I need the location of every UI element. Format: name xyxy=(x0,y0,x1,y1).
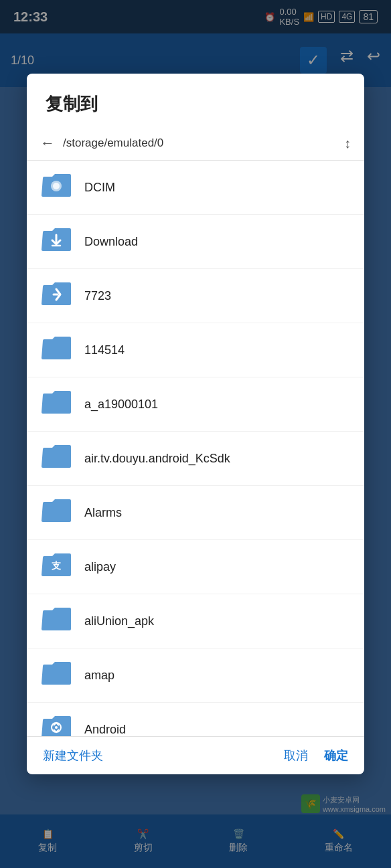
folder-icon-dcim xyxy=(40,171,72,203)
folder-icon-alipay: 支 xyxy=(40,551,72,583)
folder-icon-alarms xyxy=(40,497,72,529)
folder-icon-aliunion xyxy=(40,605,72,637)
dialog-footer: 新建文件夹 取消 确定 xyxy=(27,736,364,774)
list-item[interactable]: amap xyxy=(27,648,364,703)
sort-button[interactable]: ↕ xyxy=(344,136,351,151)
folder-icon-7723 xyxy=(40,280,72,312)
ok-button[interactable]: 确定 xyxy=(324,748,348,764)
path-back-button[interactable]: ← xyxy=(40,135,55,152)
folder-icon-douyu xyxy=(40,442,72,474)
path-bar: ← /storage/emulated/0 ↕ xyxy=(27,126,364,161)
current-path: /storage/emulated/0 xyxy=(63,137,336,150)
folder-name-114514: 114514 xyxy=(84,343,125,357)
list-item[interactable]: Android xyxy=(27,703,364,736)
list-item[interactable]: aliUnion_apk xyxy=(27,594,364,648)
folder-name-android: Android xyxy=(84,723,126,737)
folder-icon-114514 xyxy=(40,334,72,366)
list-item[interactable]: a_a19000101 xyxy=(27,377,364,432)
folder-name-7723: 7723 xyxy=(84,289,111,303)
list-item[interactable]: Alarms xyxy=(27,486,364,540)
folder-name-alarms: Alarms xyxy=(84,506,122,520)
folder-name-alipay: alipay xyxy=(84,560,116,574)
svg-point-1 xyxy=(53,183,60,189)
list-item[interactable]: 支 alipay xyxy=(27,540,364,594)
dialog-title: 复制到 xyxy=(27,74,364,126)
new-folder-button[interactable]: 新建文件夹 xyxy=(43,748,284,764)
folder-list: DCIM Download 7723 xyxy=(27,161,364,736)
list-item[interactable]: 114514 xyxy=(27,323,364,377)
folder-name-download: Download xyxy=(84,235,138,249)
folder-icon-android xyxy=(40,713,72,736)
cancel-button[interactable]: 取消 xyxy=(284,748,308,764)
svg-point-5 xyxy=(55,726,58,729)
list-item[interactable]: DCIM xyxy=(27,161,364,215)
folder-name-a19000101: a_a19000101 xyxy=(84,398,158,412)
svg-text:支: 支 xyxy=(51,560,62,571)
folder-icon-a19000101 xyxy=(40,388,72,420)
folder-icon-amap xyxy=(40,659,72,691)
list-item[interactable]: Download xyxy=(27,215,364,269)
folder-name-douyu: air.tv.douyu.android_KcSdk xyxy=(84,452,230,466)
folder-icon-download xyxy=(40,226,72,258)
list-item[interactable]: air.tv.douyu.android_KcSdk xyxy=(27,432,364,486)
folder-name-dcim: DCIM xyxy=(84,181,115,195)
folder-name-aliunion: aliUnion_apk xyxy=(84,614,154,628)
list-item[interactable]: 7723 xyxy=(27,269,364,323)
folder-name-amap: amap xyxy=(84,669,114,683)
copy-to-dialog: 复制到 ← /storage/emulated/0 ↕ DCIM xyxy=(27,74,364,774)
